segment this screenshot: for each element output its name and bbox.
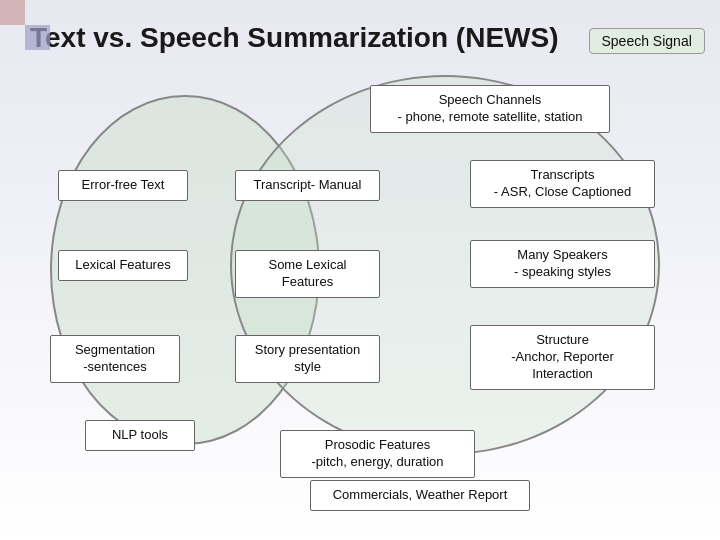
- some-lexical-features-box: Some Lexical Features: [235, 250, 380, 298]
- story-presentation-box: Story presentation style: [235, 335, 380, 383]
- slide: Text vs. Speech Summarization (NEWS) Spe…: [0, 0, 720, 540]
- speech-channels-box: Speech Channels - phone, remote satellit…: [370, 85, 610, 133]
- lexical-features-box: Lexical Features: [58, 250, 188, 281]
- svg-rect-1: [25, 25, 50, 50]
- prosodic-features-box: Prosodic Features -pitch, energy, durati…: [280, 430, 475, 478]
- structure-box: Structure -Anchor, Reporter Interaction: [470, 325, 655, 390]
- venn-diagram: Speech Channels - phone, remote satellit…: [30, 65, 690, 465]
- speech-signal-label: Speech Signal: [589, 28, 705, 54]
- many-speakers-box: Many Speakers - speaking styles: [470, 240, 655, 288]
- transcript-manual-box: Transcript- Manual: [235, 170, 380, 201]
- nlp-tools-box: NLP tools: [85, 420, 195, 451]
- transcripts-asr-box: Transcripts - ASR, Close Captioned: [470, 160, 655, 208]
- error-free-text-box: Error-free Text: [58, 170, 188, 201]
- svg-rect-0: [0, 0, 25, 25]
- corner-decoration: [0, 0, 50, 50]
- segmentation-box: Segmentation -sentences: [50, 335, 180, 383]
- page-title: Text vs. Speech Summarization (NEWS): [30, 20, 559, 55]
- title-area: Text vs. Speech Summarization (NEWS) Spe…: [30, 20, 690, 55]
- commercials-box: Commercials, Weather Report: [310, 480, 530, 511]
